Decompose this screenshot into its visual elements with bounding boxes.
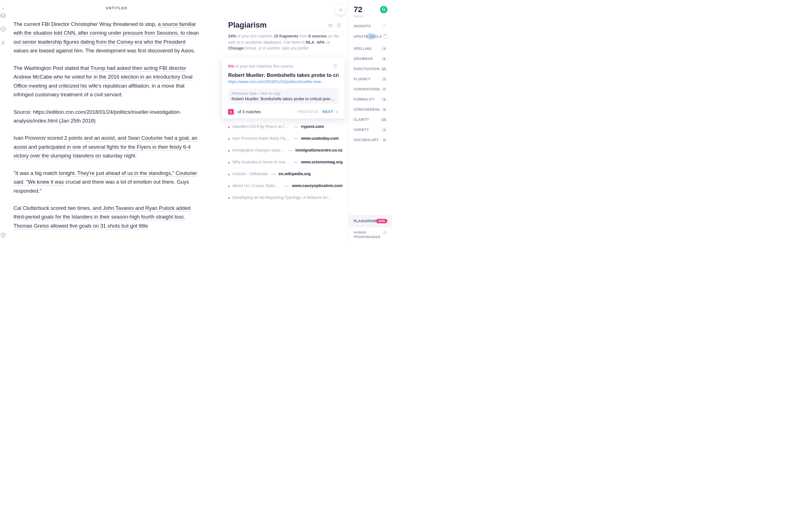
source-title: Why Australia is home to one of t… — [232, 160, 290, 164]
category-count: 5 — [381, 138, 388, 142]
category-count: 4 — [381, 98, 388, 101]
card-percent: 6% of your text matches this source: — [228, 64, 339, 68]
inbox-icon[interactable] — [0, 12, 6, 18]
card-url[interactable]: https://www.cnn.com/2018/01/24/politics/… — [228, 79, 339, 84]
plagiarism-tab[interactable]: PLAGIARISM 24% — [349, 215, 392, 227]
category-count: 9 — [381, 57, 388, 61]
category-name: SPELLING — [354, 47, 371, 51]
source-item[interactable]: About Us | Casey Optical | Al…—www.casey… — [228, 183, 343, 188]
next-match-button[interactable]: NEXT — [322, 110, 339, 114]
editor-area[interactable]: The current FBI Director Christopher Wra… — [6, 16, 227, 238]
category-item[interactable]: GRAMMAR9 — [354, 57, 388, 61]
update-goals-button[interactable]: UPDATE GOALS — [354, 34, 388, 39]
category-name: PUNCTUATION — [354, 67, 379, 71]
category-name: FLUENCY — [354, 77, 370, 81]
paragraph[interactable]: "It was a big match tonight. They're jus… — [13, 169, 202, 195]
source-domain: en.wikipedia.org — [278, 172, 311, 176]
source-card: 6% of your text matches this source: Rob… — [222, 58, 345, 119]
category-count: 3 — [381, 108, 388, 112]
score-sidebar: 72 G RANK INSIGHTS UPDATE GOALS SPELLING… — [348, 0, 392, 245]
category-item[interactable]: FLUENCY2 — [354, 77, 388, 81]
category-item[interactable]: CONVENTIONS7 — [354, 87, 388, 91]
source-item[interactable]: Unicorn - Wikipedia—en.wikipedia.org — [228, 172, 343, 176]
grammarly-logo-icon[interactable]: G — [380, 6, 388, 13]
human-proofreader-button[interactable]: HUMAN PROOFREADER — [349, 227, 392, 242]
paragraph[interactable]: Source: https://edition.cnn.com/2018/01/… — [13, 108, 202, 125]
insights-button[interactable]: INSIGHTS — [354, 24, 388, 28]
separator: — — [271, 172, 275, 176]
back-icon[interactable] — [1, 6, 5, 12]
plagiarism-highlight[interactable]: that Trump had asked then acting FBI dir… — [13, 65, 193, 89]
download-icon[interactable] — [0, 40, 6, 46]
plagiarism-highlight[interactable]: tonight. They're just ahead of us in the… — [13, 170, 197, 185]
category-list: SPELLING3GRAMMAR9PUNCTUATION10FLUENCY2CO… — [354, 47, 388, 142]
source-item[interactable]: Islanders KO'd by Flyers as losing strea… — [228, 124, 343, 129]
help-icon[interactable] — [0, 232, 6, 238]
source-item[interactable]: Why Australia is home to one of t…—www.s… — [228, 160, 343, 164]
dismiss-all-icon[interactable] — [336, 23, 342, 28]
source-domain: nypost.com — [301, 124, 324, 129]
plagiarism-highlight[interactable]: and John Tavares and Ryan Pulock added t… — [13, 205, 191, 229]
bullet-icon — [228, 150, 230, 152]
add-icon[interactable] — [0, 26, 6, 32]
plagiarism-percent-badge: 24% — [376, 219, 388, 223]
bullet-icon — [228, 126, 230, 128]
previous-match-button[interactable]: PREVIOUS — [292, 110, 319, 114]
source-title: Ivan Provorov leads feisty Flyers to … — [232, 136, 290, 140]
performance-score: 72 — [354, 5, 362, 14]
category-name: CONCISENESS — [354, 108, 380, 112]
source-title: About Us | Casey Optical | Al… — [232, 183, 281, 188]
fragment-count: 15 — [328, 23, 333, 27]
panel-title: Plagiarism — [228, 21, 328, 30]
dismiss-source-icon[interactable] — [333, 64, 338, 69]
category-item[interactable]: SPELLING3 — [354, 47, 388, 51]
source-list: Islanders KO'd by Flyers as losing strea… — [227, 124, 344, 200]
reference-box[interactable]: Reference data – click to copy Robert Mu… — [228, 89, 339, 104]
card-headline[interactable]: Robert Mueller: Bombshells takes probe t… — [228, 72, 339, 78]
category-item[interactable]: VARIETY1 — [354, 128, 388, 132]
category-name: CONVENTIONS — [354, 87, 380, 91]
category-name: FORMALITY — [354, 98, 375, 101]
category-name: CLARITY — [354, 118, 369, 122]
bullet-icon — [228, 198, 230, 199]
source-title: Unicorn - Wikipedia — [232, 172, 268, 176]
paragraph[interactable]: The current FBI Director Christopher Wra… — [13, 20, 202, 55]
category-count: 10 — [380, 118, 388, 122]
goals-spinner-icon — [383, 34, 388, 39]
category-count: 7 — [381, 87, 388, 91]
document-title[interactable]: UNTITLED — [106, 6, 128, 10]
source-title: Developing an Ad-Reporting Typology: A N… — [232, 195, 334, 200]
source-item[interactable]: Developing an Ad-Reporting Typology: A N… — [228, 195, 343, 200]
source-title: Islanders KO'd by Flyers as losing strea… — [232, 124, 290, 129]
source-domain: www.sciencemag.org — [301, 160, 343, 164]
category-count: 1 — [381, 128, 388, 132]
category-item[interactable]: CONCISENESS3 — [354, 108, 388, 112]
paragraph[interactable]: Ivan Provorov scored 2 points and an ass… — [13, 133, 202, 160]
category-count: 3 — [381, 47, 388, 51]
collapse-panel-button[interactable] — [335, 4, 346, 15]
category-item[interactable]: FORMALITY4 — [354, 98, 388, 101]
panel-summary: 24% of your text matches 15 fragments fr… — [227, 31, 344, 58]
card-nav: 1 of 3 matches PREVIOUS NEXT — [228, 109, 339, 115]
source-item[interactable]: Ivan Provorov leads feisty Flyers to …—w… — [228, 136, 343, 140]
bullet-icon — [228, 174, 230, 175]
category-item[interactable]: PUNCTUATION10 — [354, 67, 388, 71]
plagiarism-panel: Plagiarism 15 24% of your text matches 1… — [227, 0, 348, 245]
paragraph[interactable]: Cal Clutterbuck scored two times, and Jo… — [13, 204, 202, 230]
category-name: GRAMMAR — [354, 57, 373, 61]
plagiarism-highlight[interactable]: a source familiar with the situation tol… — [13, 21, 199, 45]
category-item[interactable]: CLARITY10 — [354, 118, 388, 122]
separator: — — [294, 136, 298, 140]
left-rail — [0, 0, 6, 245]
category-count: 2 — [381, 77, 388, 81]
separator: — — [294, 160, 298, 164]
source-item[interactable]: Immigration changes expecte…—immigration… — [228, 148, 343, 152]
separator: — — [285, 183, 289, 188]
rank-label: RANK — [354, 15, 388, 18]
bullet-icon — [228, 162, 230, 163]
source-domain: www.usatoday.com — [301, 136, 339, 140]
plagiarism-highlight[interactable]: and an assist, and Sean Couturier had a … — [13, 135, 197, 159]
category-item[interactable]: VOCABULARY5 — [354, 138, 388, 142]
source-title: Immigration changes expecte… — [232, 148, 285, 152]
paragraph[interactable]: The Washington Post stated that Trump ha… — [13, 64, 202, 99]
